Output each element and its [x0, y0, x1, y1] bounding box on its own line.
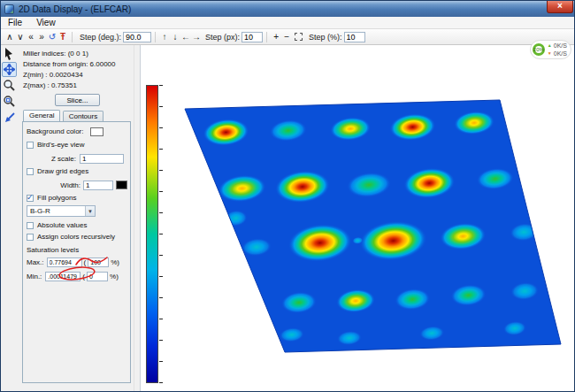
heatmap-blob [419, 325, 446, 342]
chevron-down-icon: ▼ [85, 206, 95, 216]
max-paren-open: ( [84, 258, 87, 266]
heatmap-blob [336, 330, 363, 347]
assign-colors-label: Assign colors recursively [37, 233, 115, 241]
rotate-right-button[interactable]: » [36, 30, 47, 44]
heatmap-blob [510, 281, 540, 301]
zoom-tool[interactable] [2, 78, 17, 93]
colormap-select[interactable]: B-G-R ▼ [27, 205, 96, 217]
heatmap-blob [273, 168, 331, 205]
pan-up-button[interactable]: ↑ [159, 30, 170, 44]
heatmap-blob [388, 111, 437, 142]
app-icon [4, 4, 14, 14]
download-arrow-icon: ▼ [548, 50, 552, 58]
z-scale-input[interactable] [80, 154, 124, 164]
heatmap-blob [449, 283, 487, 308]
step-px-label: Step (px): [205, 33, 240, 42]
axis-tool-icon[interactable]: Ŧ [58, 30, 68, 44]
saturation-min-input[interactable] [45, 272, 80, 281]
rotate-down-button[interactable]: ∨ [15, 30, 26, 44]
step-px-input[interactable] [242, 32, 263, 42]
magnifier-icon [3, 79, 16, 92]
pan-tool[interactable] [2, 62, 17, 77]
titlebar: 2D Data Display - (ELFCAR) × [1, 1, 574, 17]
heatmap-blob [352, 236, 364, 244]
heatmap-blob [335, 288, 376, 314]
slice-background [185, 100, 561, 352]
blue-arrow-icon [4, 111, 16, 124]
background-color-label: Background color: [27, 127, 83, 135]
cursor-icon [3, 47, 16, 60]
reset-view-icon[interactable]: ↺ [47, 30, 58, 44]
panel-gutter [134, 45, 140, 392]
menubar: File View [1, 17, 574, 29]
draw-grid-label: Draw grid edges [37, 167, 88, 175]
display-canvas[interactable] [140, 45, 575, 392]
birds-eye-checkbox[interactable] [27, 142, 34, 149]
rotate-up-button[interactable]: ∧ [4, 30, 15, 44]
heatmap-blob [287, 221, 354, 265]
min-paren-close: %) [110, 273, 119, 281]
absolute-values-checkbox[interactable] [27, 222, 34, 229]
slice-border [185, 100, 561, 352]
draw-grid-checkbox[interactable] [27, 168, 34, 175]
rotate-left-button[interactable]: « [26, 30, 36, 44]
heatmap-blob [202, 117, 250, 148]
distance-from-origin: Distance from origin: 6.00000 [23, 60, 134, 69]
zoom-region-icon[interactable] [295, 33, 303, 41]
width-label: Width: [60, 181, 80, 189]
toolbar: ∧ ∨ « » ↺ Ŧ Step (deg.): ↑ ↓ ← → Step (p… [1, 29, 574, 45]
heatmap-blob [357, 218, 428, 264]
tab-contours[interactable]: Contours [63, 111, 104, 121]
slice-button[interactable]: Slice... [55, 94, 99, 106]
speed-monitor-widget[interactable]: 20% ▲ 0K/S ▼ 0K/S [530, 40, 571, 59]
grid-edge-color-swatch[interactable] [116, 181, 127, 189]
upload-arrow-icon: ▲ [548, 42, 552, 50]
colorbar [146, 85, 158, 383]
colorbar-ticks [159, 85, 163, 384]
settings-panel: Miller indices: (0 0 1) Distance from or… [18, 45, 134, 392]
zoom-window-tool[interactable] [2, 94, 17, 109]
pan-right-button[interactable]: → [191, 30, 202, 44]
pan-left-button[interactable]: ← [180, 30, 191, 44]
heatmap-blob [502, 320, 527, 337]
grid-width-input[interactable] [83, 181, 113, 190]
step-deg-label: Step (deg.): [80, 33, 121, 42]
heatmap-blob [453, 109, 495, 136]
toolbar-separator [266, 32, 267, 42]
saturation-max-input[interactable] [47, 257, 82, 267]
fill-polygons-checkbox[interactable] [27, 195, 34, 202]
heatmap-blob [269, 118, 308, 142]
fill-polygons-label: Fill polygons [37, 194, 76, 202]
saturation-min-pct-input[interactable] [87, 272, 108, 281]
assign-colors-checkbox[interactable] [27, 234, 34, 241]
heatmap-blob [280, 290, 318, 315]
zoom-in-button[interactable]: + [271, 30, 281, 44]
saturation-max-pct-input[interactable] [88, 257, 109, 267]
heatmap-blob [329, 115, 372, 142]
cursor-tool[interactable] [2, 46, 17, 61]
window: 2D Data Display - (ELFCAR) × File View ∧… [0, 0, 575, 392]
zoom-out-button[interactable]: − [281, 30, 292, 44]
saturation-levels-label: Saturation levels [27, 246, 79, 254]
toolbar-separator [155, 32, 156, 42]
step-pct-input[interactable] [344, 32, 365, 42]
heatmap-blob [394, 287, 431, 311]
menu-view[interactable]: View [29, 17, 63, 29]
step-deg-input[interactable] [123, 32, 151, 42]
max-paren-close: %) [111, 258, 119, 266]
tool-strip [1, 45, 18, 392]
heatmap-blob [346, 170, 393, 199]
close-button[interactable]: × [547, 1, 573, 13]
elf-slice-heatmap [141, 45, 575, 392]
upload-speed: 0K/S [554, 42, 567, 50]
menu-file[interactable]: File [1, 17, 29, 29]
background-color-swatch[interactable] [90, 127, 104, 136]
heatmap-blob [509, 222, 539, 242]
tab-general[interactable]: General [23, 110, 60, 121]
miller-indices: Miller indices: (0 0 1) [23, 50, 134, 58]
pan-down-button[interactable]: ↓ [170, 30, 180, 44]
z-scale-label: Z scale: [51, 155, 76, 163]
z-max: Z(max) : 0.75351 [23, 81, 134, 90]
picker-tool[interactable] [2, 110, 17, 125]
window-title: 2D Data Display - (ELFCAR) [19, 4, 131, 14]
